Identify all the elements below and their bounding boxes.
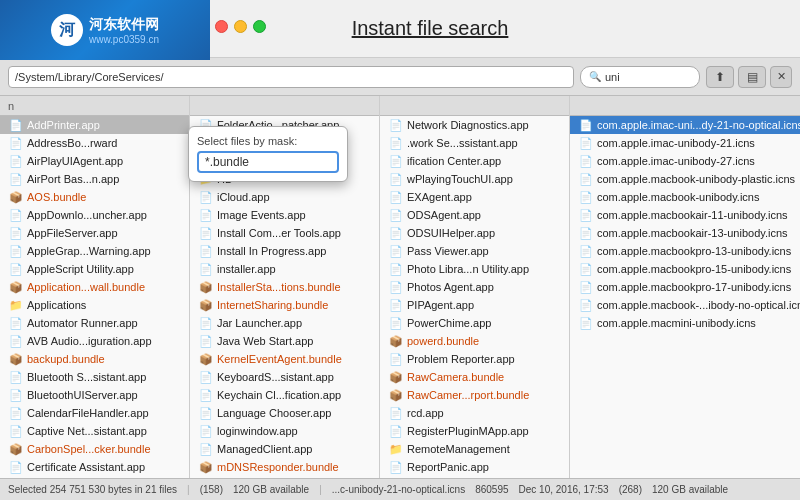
list-item[interactable]: 📦powerd.bundle	[380, 332, 569, 350]
list-item[interactable]: 📦mDNSResponder.bundle	[190, 458, 379, 476]
close-button[interactable]	[215, 20, 228, 33]
app-icon: 📄	[388, 262, 404, 276]
list-item[interactable]: 📄Pass Viewer.app	[380, 242, 569, 260]
list-item[interactable]: 📄com.apple.macbookair-13-unibody.icns	[570, 224, 800, 242]
filesize-status: 860595	[475, 484, 508, 495]
list-item[interactable]: 📦RawCamer...rport.bundle	[380, 386, 569, 404]
list-item[interactable]: 📄AppleScript Utility.app	[0, 260, 189, 278]
list-item[interactable]: 📄loginwindow.app	[190, 422, 379, 440]
list-item[interactable]: 📄Jar Launcher.app	[190, 314, 379, 332]
list-item[interactable]: 📁Applications	[0, 296, 189, 314]
item-label: com.apple.macbook-unibody-plastic.icns	[597, 173, 795, 185]
item-label: Automator Runner.app	[27, 317, 138, 329]
list-item[interactable]: 📄AddPrinter.app	[0, 116, 189, 134]
list-item[interactable]: 📄com.apple.macbook-...ibody-no-optical.i…	[570, 296, 800, 314]
list-item[interactable]: 📦InstallerSta...tions.bundle	[190, 278, 379, 296]
list-item[interactable]: 📄ManagedClient.app	[190, 440, 379, 458]
list-item[interactable]: 📄rcd.app	[380, 404, 569, 422]
list-item[interactable]: 📄com.apple.macbook-unibody.icns	[570, 188, 800, 206]
list-item[interactable]: 📁Resources	[380, 476, 569, 478]
app-icon: 📄	[578, 172, 594, 186]
list-item[interactable]: 📄AppDownlo...uncher.app	[0, 206, 189, 224]
maximize-button[interactable]	[253, 20, 266, 33]
list-item[interactable]: 📄Java Web Start.app	[190, 332, 379, 350]
list-item[interactable]: 📄iCloud.app	[190, 188, 379, 206]
list-item[interactable]: 📄com.apple.macbookpro-17-unibody.icns	[570, 278, 800, 296]
list-item[interactable]: 📄com.apple.macbookpro-13-unibody.icns	[570, 242, 800, 260]
list-item[interactable]: 📄wPlayingTouchUI.app	[380, 170, 569, 188]
list-item[interactable]: 📦RawCamera.bundle	[380, 368, 569, 386]
list-item[interactable]: 📄ReportPanic.app	[380, 458, 569, 476]
list-item[interactable]: 📦backupd.bundle	[0, 350, 189, 368]
list-item[interactable]: 📄Keychain Cl...fication.app	[190, 386, 379, 404]
list-item[interactable]: 📄ification Center.app	[380, 152, 569, 170]
item-label: InstallerSta...tions.bundle	[217, 281, 341, 293]
list-item[interactable]: 📁RemoteManagement	[380, 440, 569, 458]
list-item[interactable]: 📄com.apple.macmini-unibody.icns	[570, 314, 800, 332]
list-item[interactable]: 📄CalendarFileHandler.app	[0, 404, 189, 422]
selected-info: Selected 254 751 530 bytes in 21 files	[8, 484, 177, 495]
list-item[interactable]: 📄Network Diagnostics.app	[380, 116, 569, 134]
item-label: com.apple.macbookair-11-unibody.icns	[597, 209, 788, 221]
app-icon: 📄	[388, 316, 404, 330]
list-item[interactable]: 📄Photo Libra...n Utility.app	[380, 260, 569, 278]
list-item[interactable]: 📄com.apple.imac-unibody-21.icns	[570, 134, 800, 152]
minimize-button[interactable]	[234, 20, 247, 33]
list-item[interactable]: 📦KernelEventAgent.bundle	[190, 350, 379, 368]
list-item[interactable]: 📄PIPAgent.app	[380, 296, 569, 314]
item-label: Applications	[27, 299, 86, 311]
traffic-lights	[215, 20, 266, 33]
list-item[interactable]: 📄AVB Audio...iguration.app	[0, 332, 189, 350]
list-item[interactable]: 📄Photos Agent.app	[380, 278, 569, 296]
close-search-button[interactable]: ✕	[770, 66, 792, 88]
list-item[interactable]: 📄Problem Reporter.app	[380, 350, 569, 368]
list-item[interactable]: 📄AddressBo...rward	[0, 134, 189, 152]
list-item[interactable]: 📦CarbonSpel...cker.bundle	[0, 440, 189, 458]
path-field[interactable]: /System/Library/CoreServices/	[8, 66, 574, 88]
list-item[interactable]: 📄Captive Net...sistant.app	[0, 422, 189, 440]
list-item[interactable]: 📄Install Com...er Tools.app	[190, 224, 379, 242]
list-item[interactable]: 📄installer.app	[190, 260, 379, 278]
list-item[interactable]: 📄Automator Runner.app	[0, 314, 189, 332]
list-item[interactable]: 📦AOS.bundle	[0, 188, 189, 206]
list-item[interactable]: 📦CommonCo...nels.bundle	[0, 476, 189, 478]
list-item[interactable]: 📄AppleGrap...Warning.app	[0, 242, 189, 260]
list-item[interactable]: 📄com.apple.macbookair-11-unibody.icns	[570, 206, 800, 224]
list-item[interactable]: 📦InternetSharing.bundle	[190, 296, 379, 314]
search-box[interactable]: 🔍 uni	[580, 66, 700, 88]
item-label: CarbonSpel...cker.bundle	[27, 443, 151, 455]
list-item[interactable]: 📦Application...wall.bundle	[0, 278, 189, 296]
list-item[interactable]: 📄Certificate Assistant.app	[0, 458, 189, 476]
item-label: AVB Audio...iguration.app	[27, 335, 152, 347]
list-item[interactable]: 📄RegisterPluginMApp.app	[380, 422, 569, 440]
list-item[interactable]: 📄AirPlayUIAgent.app	[0, 152, 189, 170]
list-item[interactable]: 📄com.apple.macbookpro-15-unibody.icns	[570, 260, 800, 278]
share-button[interactable]: ⬆	[706, 66, 734, 88]
list-item[interactable]: 📄EXAgent.app	[380, 188, 569, 206]
bundle-icon: 📦	[198, 352, 214, 366]
item-label: InternetSharing.bundle	[217, 299, 328, 311]
list-item[interactable]: 📄Install In Progress.app	[190, 242, 379, 260]
list-item[interactable]: 📄AirPort Bas...n.app	[0, 170, 189, 188]
list-item[interactable]: 📄Bluetooth S...sistant.app	[0, 368, 189, 386]
list-item[interactable]: 📄PowerChime.app	[380, 314, 569, 332]
list-item[interactable]: 📄ODSAgent.app	[380, 206, 569, 224]
list-item[interactable]: 📄Language Chooser.app	[190, 404, 379, 422]
app-icon: 📄	[198, 262, 214, 276]
list-item[interactable]: 📄.work Se...ssistant.app	[380, 134, 569, 152]
watermark-title: 河东软件网	[89, 16, 159, 34]
list-item[interactable]: 📄com.apple.macbook-unibody-plastic.icns	[570, 170, 800, 188]
list-item[interactable]: 📄Image Events.app	[190, 206, 379, 224]
column-3: 📄Network Diagnostics.app📄.work Se...ssis…	[380, 96, 570, 478]
list-item[interactable]: 📄AppFileServer.app	[0, 224, 189, 242]
list-item[interactable]: 📄Memory Slot Utility.app	[190, 476, 379, 478]
list-item[interactable]: 📄KeyboardS...sistant.app	[190, 368, 379, 386]
view-button[interactable]: ▤	[738, 66, 766, 88]
watermark: 河 河东软件网 www.pc0359.cn	[0, 0, 210, 60]
list-item[interactable]: 📄ODSUIHelper.app	[380, 224, 569, 242]
list-item[interactable]: 📄com.apple.imac-unibody-27.icns	[570, 152, 800, 170]
list-item[interactable]: 📄com.apple.imac-uni...dy-21-no-optical.i…	[570, 116, 800, 134]
mask-input[interactable]	[197, 151, 339, 173]
col4-items: 📄com.apple.imac-uni...dy-21-no-optical.i…	[570, 116, 800, 332]
list-item[interactable]: 📄BluetoothUIServer.app	[0, 386, 189, 404]
